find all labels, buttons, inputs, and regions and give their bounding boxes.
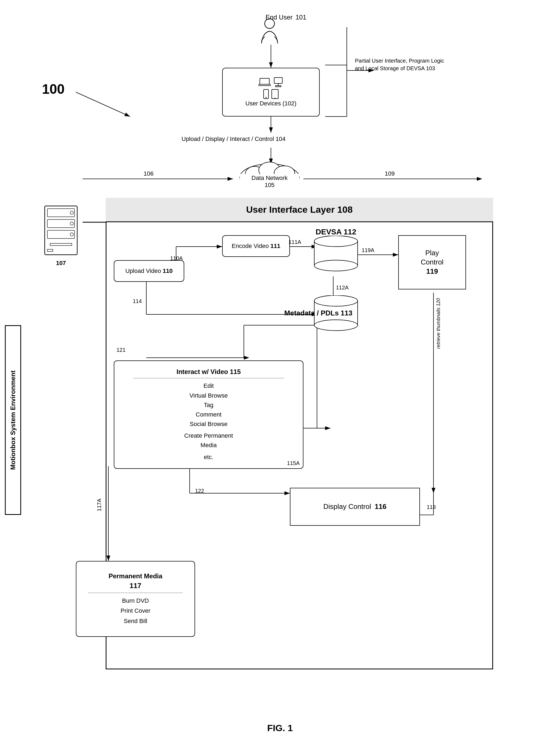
svg-point-64 xyxy=(314,260,358,271)
devsa-top-cylinder xyxy=(312,236,360,275)
svg-rect-35 xyxy=(260,78,269,84)
ui-layer-label: User Interface Layer 108 xyxy=(246,204,353,215)
user-devices-node: User Devices (102) xyxy=(222,68,320,117)
motionbox-label: Motionbox System Environment xyxy=(9,371,17,470)
interact-item-socialbrowse: Social Browse xyxy=(184,419,233,429)
play-control-node: Play Control 119 xyxy=(398,235,466,290)
arrow-110a-label: 110A xyxy=(170,255,183,261)
interact-item-edit: Edit xyxy=(184,381,233,391)
diagram-container: 100 End User 101 User Devices (10 xyxy=(0,0,560,755)
arrow-114-label: 114 xyxy=(133,298,142,304)
permanent-media-node: Permanent Media 117 Burn DVD Print Cover… xyxy=(76,561,195,637)
server-107-label: 107 xyxy=(42,260,80,267)
motionbox-side-label: Motionbox System Environment xyxy=(5,325,21,515)
svg-point-41 xyxy=(265,97,266,98)
arrow-118-label: 118 xyxy=(427,504,436,510)
data-network-node: Data Network 105 xyxy=(236,160,303,195)
fig-label: FIG. 1 xyxy=(267,723,293,733)
user-devices-number: (102) xyxy=(283,100,296,107)
svg-rect-37 xyxy=(274,78,282,83)
end-user-number: 101 xyxy=(296,14,306,21)
display-control-label: Display Control 116 xyxy=(323,502,386,511)
permanent-media-label: Permanent Media xyxy=(108,572,163,580)
svg-rect-39 xyxy=(276,86,281,87)
svg-text:Data Network: Data Network xyxy=(252,175,288,181)
pm-item-printcover: Print Cover xyxy=(121,606,151,616)
arrow-112a-label: 112A xyxy=(336,284,349,291)
svg-point-32 xyxy=(265,19,275,28)
interact-item-etc: etc. xyxy=(184,452,233,462)
display-control-node: Display Control 116 xyxy=(290,488,420,526)
permanent-media-number: 117 xyxy=(129,581,141,591)
arrow-119a-label: 119A xyxy=(362,247,375,253)
partial-ui-label: Partial User Interface, Program Logic an… xyxy=(355,57,447,72)
arrow-109-label: 109 xyxy=(385,170,395,177)
interact-video-label: Interact w/ Video xyxy=(177,368,228,375)
encode-video-node: Encode Video 111 xyxy=(222,235,290,257)
ui-layer-bar: User Interface Layer 108 xyxy=(106,198,493,222)
svg-line-31 xyxy=(76,92,130,117)
svg-point-65 xyxy=(314,236,358,246)
user-devices-label: User Devices xyxy=(245,100,281,107)
pm-item-burndvd: Burn DVD xyxy=(121,596,151,606)
interact-video-node: Interact w/ Video 115 Edit Virtual Brows… xyxy=(114,360,303,469)
svg-point-71 xyxy=(314,295,358,306)
encode-video-label: Encode Video 111 xyxy=(232,242,280,250)
upload-video-label: Upload Video 110 xyxy=(125,267,173,275)
interact-item-virtualbrowse: Virtual Browse xyxy=(184,391,233,400)
svg-rect-42 xyxy=(272,90,278,99)
arrow-106-label: 106 xyxy=(144,170,154,177)
arrow-111a-label: 111A xyxy=(288,239,301,245)
pm-item-sendbill: Send Bill xyxy=(121,616,151,626)
devsa-label: DEVSA 112 xyxy=(309,227,363,236)
interact-video-number: 115 xyxy=(230,368,241,375)
interact-item-comment: Comment xyxy=(184,410,233,419)
arrow-117a-label: 117A xyxy=(96,499,102,511)
interact-video-number-label: 115A xyxy=(287,460,300,466)
interact-item-tag: Tag xyxy=(184,400,233,410)
svg-point-70 xyxy=(314,320,358,331)
interact-item-createpermanent: Create PermanentMedia xyxy=(184,431,233,450)
upload-video-node: Upload Video 110 xyxy=(114,260,184,282)
server-107-icon: 107 xyxy=(42,203,80,267)
retrieve-thumbnails-label: retrieve thumbnails 120 xyxy=(436,298,441,349)
person-icon xyxy=(259,18,280,46)
play-control-label: Play Control 119 xyxy=(421,249,443,276)
metadata-pdls-label: Metadata / PDLs 113 xyxy=(274,309,363,317)
diagram-number: 100 xyxy=(42,81,64,97)
arrow-121-label: 121 xyxy=(117,347,125,353)
svg-text:105: 105 xyxy=(265,182,275,188)
arrow-122-label: 122 xyxy=(195,488,204,494)
svg-point-43 xyxy=(275,97,276,98)
upload-display-label: Upload / Display / Interact / Control 10… xyxy=(181,136,285,142)
svg-rect-36 xyxy=(258,84,271,86)
